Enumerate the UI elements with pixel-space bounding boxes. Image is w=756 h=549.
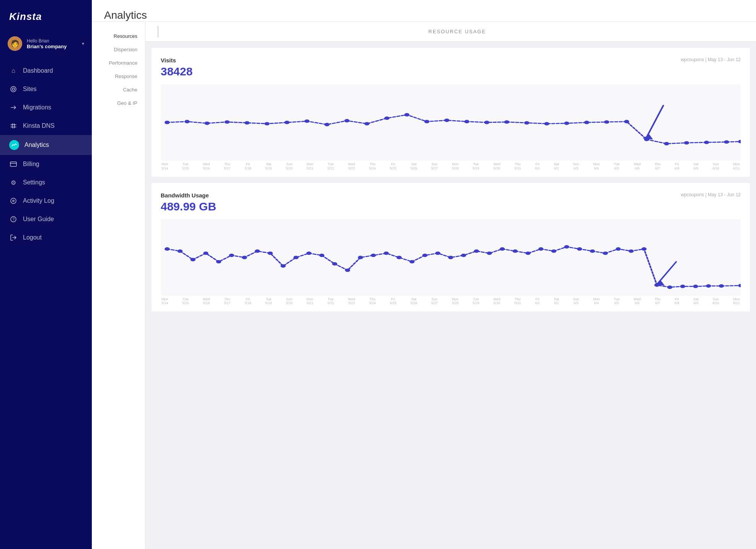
main-content: Analytics Resources Dispersion Performan… — [92, 0, 756, 549]
sidebar-item-analytics[interactable]: Analytics — [0, 135, 92, 155]
svg-point-5 — [13, 200, 14, 202]
svg-point-76 — [603, 251, 608, 255]
svg-point-18 — [344, 119, 349, 122]
sidebar-item-settings[interactable]: ⚙ Settings — [0, 173, 92, 192]
user-profile[interactable]: 🧑 Hello Brian Brian's company ▾ — [0, 32, 92, 59]
svg-point-19 — [364, 122, 369, 125]
divider — [158, 26, 158, 37]
svg-point-63 — [435, 251, 440, 255]
svg-point-31 — [604, 120, 609, 124]
svg-point-14 — [264, 122, 269, 125]
sites-icon — [9, 85, 18, 93]
svg-text:?: ? — [13, 217, 15, 222]
svg-point-47 — [229, 254, 234, 257]
subnav-item-geo-ip[interactable]: Geo & IP — [92, 96, 145, 110]
analytics-icon — [9, 140, 19, 150]
svg-point-21 — [404, 113, 409, 117]
svg-point-75 — [590, 249, 595, 253]
svg-point-59 — [384, 251, 389, 255]
bandwidth-chart-label: Bandwidth Usage — [161, 192, 209, 199]
subnav-item-performance[interactable]: Performance — [92, 56, 145, 70]
svg-point-74 — [577, 247, 582, 251]
svg-point-64 — [448, 256, 453, 259]
bandwidth-chart-svg — [161, 219, 741, 296]
svg-point-23 — [444, 119, 449, 122]
sidebar-item-billing[interactable]: Billing — [0, 155, 92, 173]
svg-point-13 — [244, 121, 249, 125]
svg-point-54 — [319, 254, 324, 257]
sidebar-item-sites[interactable]: Sites — [0, 80, 92, 98]
svg-point-71 — [538, 247, 543, 251]
sidebar-label-analytics: Analytics — [24, 142, 49, 148]
activity-log-icon — [9, 197, 18, 205]
sidebar-label-migrations: Migrations — [23, 104, 51, 111]
svg-point-28 — [544, 122, 549, 125]
svg-point-1 — [12, 88, 15, 90]
svg-point-26 — [504, 120, 509, 124]
svg-point-30 — [584, 121, 589, 124]
svg-point-65 — [461, 254, 466, 257]
svg-point-48 — [242, 256, 247, 259]
svg-point-72 — [551, 249, 556, 253]
svg-point-32 — [624, 120, 629, 123]
svg-point-12 — [225, 120, 230, 124]
svg-point-35 — [684, 141, 689, 145]
svg-point-73 — [564, 245, 569, 248]
svg-point-79 — [642, 247, 647, 251]
subnav-item-response[interactable]: Response — [92, 70, 145, 83]
visits-chart-header: Visits wpcoupons | May 13 - Jun 12 — [161, 57, 741, 64]
sidebar-item-migrations[interactable]: Migrations — [0, 98, 92, 117]
svg-point-67 — [487, 251, 492, 255]
bandwidth-chart-card: Bandwidth Usage wpcoupons | May 13 - Jun… — [152, 183, 750, 312]
sidebar-label-sites: Sites — [23, 86, 37, 93]
bandwidth-chart-header: Bandwidth Usage wpcoupons | May 13 - Jun… — [161, 192, 741, 199]
svg-point-82 — [680, 285, 685, 288]
svg-point-34 — [664, 142, 669, 145]
bandwidth-chart-value: 489.99 GB — [161, 200, 741, 213]
svg-point-77 — [616, 247, 621, 251]
subnav-item-resources[interactable]: Resources — [92, 29, 145, 43]
resource-header: RESOURCE USAGE — [145, 22, 756, 42]
sidebar-label-activity-log: Activity Log — [23, 197, 54, 204]
svg-point-70 — [525, 251, 530, 255]
svg-point-61 — [409, 260, 414, 263]
sidebar-label-kinsta-dns: Kinsta DNS — [23, 122, 55, 129]
svg-point-69 — [513, 249, 518, 253]
svg-point-51 — [280, 264, 285, 267]
sidebar-label-billing: Billing — [23, 161, 39, 168]
kinsta-dns-icon — [9, 122, 18, 130]
sidebar-item-dashboard[interactable]: ⌂ Dashboard — [0, 62, 92, 80]
subnav-item-cache[interactable]: Cache — [92, 83, 145, 96]
sidebar-item-user-guide[interactable]: ? User Guide — [0, 210, 92, 228]
page-title: Analytics — [104, 9, 744, 21]
x-axis-labels-bandwidth: Mon5/14 Tue5/15 Wed5/16 Thu5/17 Fri5/18 … — [161, 297, 741, 306]
svg-point-60 — [397, 256, 402, 259]
svg-point-27 — [524, 121, 529, 125]
svg-point-42 — [165, 247, 169, 251]
settings-icon: ⚙ — [9, 178, 18, 187]
bandwidth-chart-meta: wpcoupons | May 13 - Jun 12 — [681, 192, 741, 197]
subnav-item-dispersion[interactable]: Dispersion — [92, 43, 145, 56]
visits-chart-svg — [161, 84, 741, 161]
sidebar-label-settings: Settings — [23, 179, 45, 186]
svg-point-44 — [190, 258, 195, 261]
svg-point-68 — [500, 247, 505, 251]
logout-icon — [9, 233, 18, 242]
sidebar-item-logout[interactable]: Logout — [0, 228, 92, 247]
svg-point-24 — [464, 120, 469, 123]
svg-point-0 — [11, 86, 16, 92]
sidebar-item-kinsta-dns[interactable]: Kinsta DNS — [0, 117, 92, 135]
resource-panel: RESOURCE USAGE Visits wpcoupons | May 13… — [145, 22, 756, 549]
svg-point-53 — [306, 251, 311, 255]
svg-point-4 — [11, 198, 16, 204]
svg-point-29 — [564, 122, 569, 125]
svg-point-83 — [693, 285, 698, 288]
user-info: Hello Brian Brian's company — [27, 38, 77, 49]
svg-point-45 — [203, 251, 208, 255]
svg-point-20 — [385, 116, 389, 120]
sidebar-item-label: Dashboard — [23, 67, 53, 74]
sidebar-item-activity-log[interactable]: Activity Log — [0, 192, 92, 210]
visits-chart-value: 38428 — [161, 65, 741, 78]
svg-rect-2 — [10, 162, 16, 166]
svg-point-37 — [724, 140, 729, 144]
